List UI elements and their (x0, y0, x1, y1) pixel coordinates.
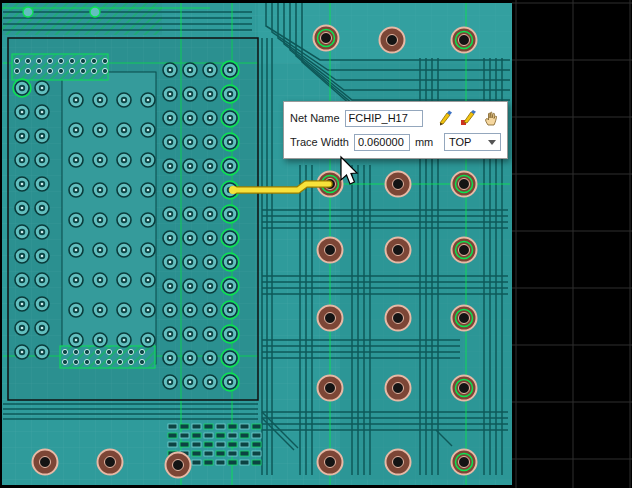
trace-width-row: Trace Width mm TOP (290, 130, 501, 154)
chevron-down-icon (488, 140, 496, 145)
move-trace-hand-icon[interactable] (481, 108, 501, 128)
pen-yellow-glyph (437, 110, 453, 126)
unit-label: mm (415, 136, 433, 148)
net-name-input[interactable] (345, 110, 423, 127)
pcb-canvas[interactable] (0, 0, 632, 488)
popup-toolbar (435, 108, 501, 128)
trace-width-input[interactable] (354, 134, 410, 151)
pen-red-glyph (460, 110, 476, 126)
pcb-editor-window: Net Name (0, 0, 632, 488)
edit-net-pen-icon[interactable] (458, 108, 478, 128)
trace-properties-popup: Net Name (283, 101, 508, 159)
layer-dropdown-value: TOP (449, 136, 471, 148)
net-name-label: Net Name (290, 112, 340, 124)
edit-width-pen-icon[interactable] (435, 108, 455, 128)
hand-glyph (483, 110, 499, 126)
trace-width-label: Trace Width (290, 136, 349, 148)
layer-dropdown[interactable]: TOP (444, 133, 501, 151)
net-name-row: Net Name (290, 106, 501, 130)
